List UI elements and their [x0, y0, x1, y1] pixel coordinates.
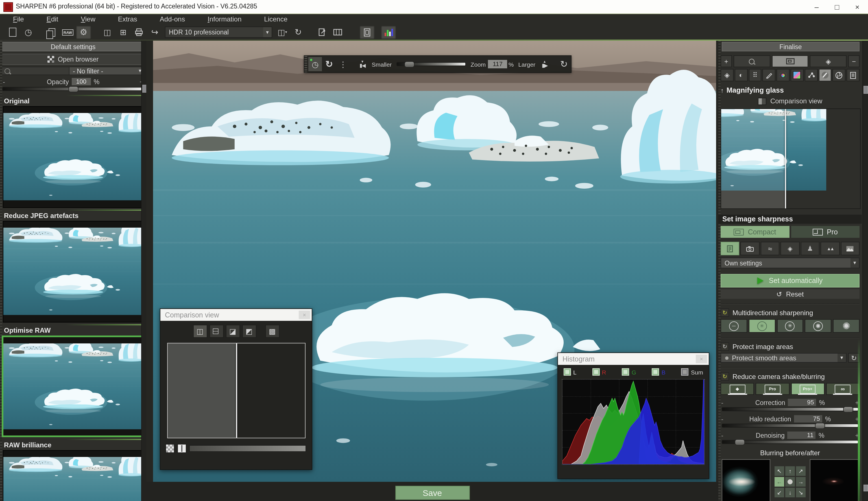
preset-search-input[interactable]	[2, 67, 69, 75]
reset-button[interactable]: ↺ Reset	[721, 289, 859, 299]
aperture-icon[interactable]	[833, 69, 846, 81]
export-icon[interactable]	[314, 26, 329, 39]
rotate-icon[interactable]: ↻	[291, 26, 306, 39]
protect-areas-dropdown[interactable]: Protect smooth areas ▼	[721, 353, 847, 363]
layout-icon[interactable]: ◫▾	[275, 26, 290, 39]
menu-file[interactable]: File	[13, 15, 24, 24]
sharpen-preset-portrait-icon[interactable]: ♟	[801, 242, 819, 255]
new-project-icon[interactable]	[5, 26, 20, 39]
denoising-minus[interactable]: -	[721, 432, 724, 439]
shake-mode-basic-icon[interactable]: ◆	[721, 383, 754, 395]
halo-slider-thumb[interactable]	[815, 423, 825, 429]
histogram-toggle-icon[interactable]	[381, 26, 396, 39]
settings-gears-icon[interactable]: ⚙	[76, 26, 91, 39]
comparison-position-slider[interactable]	[189, 445, 306, 452]
channel-sum-checkbox[interactable]: Sum	[681, 368, 703, 376]
preset-reduce-jpeg[interactable]: Reduce JPEG artefacts	[0, 210, 146, 322]
remove-filter-button[interactable]: −	[848, 55, 859, 67]
arrow-up[interactable]: ↑	[785, 466, 795, 476]
sharpen-preset-water-icon[interactable]: ≈	[761, 242, 780, 255]
denoising-slider-thumb[interactable]	[735, 439, 745, 445]
panorama-icon[interactable]	[330, 26, 345, 39]
open-image-icon[interactable]: ◷	[21, 26, 35, 39]
left-scrollbar[interactable]	[141, 41, 146, 501]
menu-addons[interactable]: Add-ons	[160, 15, 185, 24]
expert-diamond-button[interactable]: ◈	[810, 55, 847, 67]
opacity-slider-thumb[interactable]	[68, 86, 78, 92]
menu-view[interactable]: View	[81, 15, 95, 24]
multidirectional-reset-icon[interactable]: ↻	[721, 308, 729, 317]
copy-icon[interactable]	[45, 26, 59, 39]
close-icon[interactable]: ×	[696, 355, 707, 363]
sharpen-direction-5-icon[interactable]: ✺	[833, 319, 859, 333]
own-settings-dropdown[interactable]: Own settings ▼	[721, 258, 859, 268]
sharpen-direction-4-icon[interactable]: ✺	[805, 319, 832, 333]
zoom-slider[interactable]	[396, 62, 466, 66]
split-divider[interactable]	[785, 109, 786, 209]
halo-minus[interactable]: -	[721, 415, 724, 422]
shake-reset-icon[interactable]: ↻	[721, 372, 729, 381]
preset-thumbnail[interactable]	[3, 106, 143, 208]
zoom-slider-thumb[interactable]	[404, 61, 414, 67]
options-dots-icon[interactable]: ⋮	[336, 57, 350, 71]
fit-to-screen-icon[interactable]: ▼▮◀	[355, 57, 369, 71]
color-wheel-icon[interactable]	[776, 69, 790, 81]
arrow-down-left[interactable]: ↙	[774, 488, 784, 497]
contrast-filter-icon[interactable]: ◐	[735, 69, 748, 81]
split-view-icon[interactable]: ◫	[100, 26, 115, 39]
sharpen-preset-camera-icon[interactable]	[741, 242, 760, 255]
crop-rotate-icon[interactable]: ↻	[557, 57, 571, 71]
correction-slider[interactable]	[722, 407, 858, 411]
arrow-down-right[interactable]: ↘	[796, 488, 806, 497]
correction-minus[interactable]: -	[721, 399, 724, 406]
opacity-value[interactable]: 100	[72, 78, 91, 85]
shake-mode-pro-plus-icon[interactable]: Pro+	[791, 383, 825, 395]
refresh-icon[interactable]: ↻	[322, 57, 336, 71]
pen-tool-icon[interactable]	[763, 69, 776, 81]
toolbar-grip[interactable]	[304, 56, 307, 72]
save-button[interactable]: Save	[395, 486, 470, 500]
opacity-slider[interactable]	[2, 87, 144, 91]
menu-licence[interactable]: Licence	[264, 15, 288, 24]
maximize-button[interactable]: □	[828, 1, 845, 12]
comparison-panel-titlebar[interactable]: Comparison view ×	[160, 309, 312, 321]
sharpen-direction-3-icon[interactable]: ✳	[777, 319, 803, 333]
denoising-value[interactable]: 11	[787, 431, 816, 439]
preset-dropdown[interactable]: HDR 10 professional ▼	[165, 26, 272, 38]
grid-compare-icon[interactable]: ▩	[265, 325, 279, 338]
shake-mode-pro-icon[interactable]: Pro	[756, 383, 790, 395]
zoom-100-icon[interactable]: ▲▮▶	[538, 57, 551, 71]
channel-b-checkbox[interactable]: B	[652, 368, 666, 376]
print-icon[interactable]	[131, 26, 146, 39]
sharpen-preset-gem-icon[interactable]: ◈	[781, 242, 800, 255]
retouch-brush-icon[interactable]	[818, 69, 832, 81]
right-scrollbar-bottom[interactable]	[864, 484, 868, 491]
search-filter-button[interactable]	[733, 55, 770, 67]
arrow-up-right[interactable]: ↗	[796, 466, 806, 476]
preset-raw-brilliance[interactable]: RAW brilliance	[0, 439, 146, 501]
raw-settings-icon[interactable]: RAW	[61, 26, 75, 39]
comparison-image[interactable]	[167, 343, 305, 438]
preset-thumbnail[interactable]	[3, 221, 143, 322]
arrow-right[interactable]: →	[796, 477, 806, 487]
right-scrollbar[interactable]	[862, 41, 868, 501]
correction-value[interactable]: 95	[788, 399, 816, 406]
channel-g-checkbox[interactable]: G	[622, 368, 636, 376]
close-icon[interactable]: ×	[299, 311, 310, 319]
close-button[interactable]: ×	[849, 1, 866, 12]
filter-dropdown[interactable]: - No filter - ▼	[69, 67, 144, 75]
magnifier-preview[interactable]	[721, 108, 861, 209]
share-icon[interactable]: ↪	[147, 26, 162, 39]
halo-slider[interactable]	[722, 424, 858, 428]
menu-edit[interactable]: Edit	[46, 15, 58, 24]
add-filter-button[interactable]: +	[721, 55, 732, 67]
channel-l-checkbox[interactable]: L	[564, 368, 577, 376]
multi-view-icon[interactable]: ⊞	[116, 26, 130, 39]
frame-panel-icon[interactable]	[360, 26, 374, 39]
protect-reset-icon[interactable]: ↻	[721, 342, 729, 351]
sharpen-direction-1-icon[interactable]: ─	[721, 319, 747, 333]
sharpen-preset-document-icon[interactable]	[721, 242, 740, 255]
arrow-down[interactable]: ↓	[785, 488, 795, 497]
preset-original[interactable]: Original	[0, 95, 146, 208]
color-cube-icon[interactable]	[791, 69, 804, 81]
